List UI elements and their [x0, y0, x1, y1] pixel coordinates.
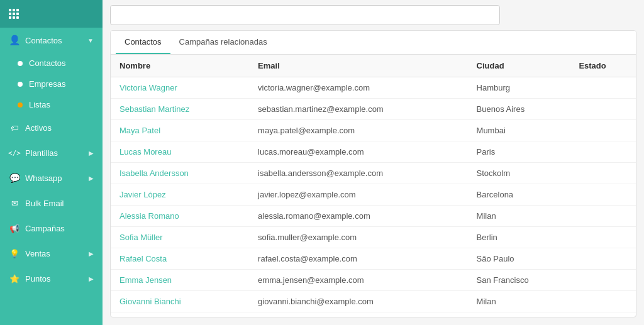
- contact-name-link[interactable]: Giovanni Bianchi: [119, 297, 181, 306]
- contact-email-cell: sofia.muller@example.com: [249, 227, 467, 248]
- sidebar-item-label-activos: Activos: [25, 123, 94, 133]
- col-header-nombre: Nombre: [111, 55, 249, 77]
- table-row: Maya Patel maya.patel@example.com Mumbai: [111, 120, 636, 141]
- tab-campanas-relacionadas[interactable]: Campañas relacionadas: [170, 31, 276, 54]
- table-row: Javier López javier.lopez@example.com Ba…: [111, 184, 636, 206]
- table-row: Emily Wilson emily.wilson@example.com Sy…: [111, 312, 636, 317]
- contact-name-link[interactable]: Isabella Andersson: [119, 168, 189, 178]
- contact-name-link[interactable]: Emma Jensen: [119, 275, 172, 285]
- search-input[interactable]: [110, 5, 500, 25]
- sidebar-sub-item-listas[interactable]: Listas: [0, 94, 103, 115]
- tag-icon: 🏷: [9, 122, 20, 133]
- search-bar-container: [103, 0, 644, 30]
- sidebar-sub-label-contactos: Contactos: [29, 58, 66, 68]
- contact-email-cell: emma.jensen@example.com: [249, 270, 467, 291]
- sidebar-item-ventas[interactable]: 💡 Ventas ▶: [0, 241, 103, 266]
- dot-indicator-orange: [18, 102, 23, 107]
- chevron-right-icon: ▶: [89, 150, 94, 157]
- sales-icon: 💡: [9, 248, 20, 259]
- dot-indicator: [18, 61, 23, 66]
- contact-city-cell: Hamburg: [468, 77, 570, 99]
- sidebar-header[interactable]: [0, 0, 103, 28]
- contact-city-cell: Milan: [468, 206, 570, 227]
- main-content: Contactos Campañas relacionadas Nombre E…: [103, 0, 644, 325]
- contact-city-cell: San Francisco: [468, 270, 570, 291]
- contacts-table: Nombre Email Ciudad Estado Victoria Wagn…: [111, 55, 636, 317]
- contact-city-cell: Barcelona: [468, 184, 570, 206]
- contact-name-link[interactable]: Javier López: [119, 190, 166, 199]
- points-icon: ⭐: [9, 273, 20, 284]
- contact-name-link[interactable]: Maya Patel: [119, 126, 160, 135]
- contact-name-link[interactable]: Sebastian Martinez: [119, 104, 189, 114]
- sidebar-item-campanas[interactable]: 📢 Campañas: [0, 216, 103, 241]
- contact-state-cell: [570, 184, 636, 206]
- chevron-right-icon-ventas: ▶: [89, 250, 94, 257]
- contact-name-cell: Lucas Moreau: [111, 141, 249, 163]
- contact-name-cell: Emma Jensen: [111, 270, 249, 291]
- dot-indicator: [18, 82, 23, 87]
- col-header-estado: Estado: [570, 55, 636, 77]
- sidebar-item-bulk-email[interactable]: ✉ Bulk Email: [0, 190, 103, 216]
- sidebar: 👤 Contactos ▼ Contactos Empresas Listas …: [0, 0, 103, 325]
- contact-name-link[interactable]: Lucas Moreau: [119, 147, 171, 157]
- contact-state-cell: [570, 141, 636, 163]
- contact-name-link[interactable]: Victoria Wagner: [119, 83, 177, 92]
- sidebar-item-plantillas[interactable]: </> Plantillas ▶: [0, 140, 103, 165]
- contact-state-cell: [570, 291, 636, 312]
- contact-state-cell: [570, 120, 636, 141]
- chevron-right-icon-whatsapp: ▶: [89, 175, 94, 182]
- contact-name-link[interactable]: Rafael Costa: [119, 254, 167, 263]
- contact-email-cell: sebastian.martinez@example.com: [249, 99, 467, 120]
- table-row: Victoria Wagner victoria.wagner@example.…: [111, 77, 636, 99]
- table-row: Rafael Costa rafael.costa@example.com Sã…: [111, 248, 636, 270]
- tab-contactos[interactable]: Contactos: [116, 31, 170, 54]
- table-row: Giovanni Bianchi giovanni.bianchi@exampl…: [111, 291, 636, 312]
- contact-name-link[interactable]: Alessia Romano: [119, 211, 179, 221]
- sidebar-item-contactos[interactable]: 👤 Contactos ▼: [0, 28, 103, 53]
- sidebar-item-whatsapp[interactable]: 💬 Whatsapp ▶: [0, 165, 103, 190]
- grid-icon: [9, 9, 19, 19]
- table-row: Lucas Moreau lucas.moreau@example.com Pa…: [111, 141, 636, 163]
- contact-city-cell: Milan: [468, 291, 570, 312]
- chevron-right-icon-puntos: ▶: [89, 275, 94, 282]
- contact-name-link[interactable]: Sofia Müller: [119, 233, 163, 242]
- contact-city-cell: Mumbai: [468, 120, 570, 141]
- contact-name-cell: Isabella Andersson: [111, 163, 249, 184]
- col-header-ciudad: Ciudad: [468, 55, 570, 77]
- whatsapp-icon: 💬: [9, 172, 20, 184]
- contact-city-cell: São Paulo: [468, 248, 570, 270]
- contact-state-cell: [570, 163, 636, 184]
- sidebar-sub-label-listas: Listas: [29, 100, 50, 109]
- contact-email-cell: maya.patel@example.com: [249, 120, 467, 141]
- table-header-row: Nombre Email Ciudad Estado: [111, 55, 636, 77]
- contact-state-cell: [570, 312, 636, 317]
- contact-email-cell: victoria.wagner@example.com: [249, 77, 467, 99]
- contact-name-cell: Javier López: [111, 184, 249, 206]
- col-header-email: Email: [249, 55, 467, 77]
- sidebar-item-label-ventas: Ventas: [25, 249, 89, 258]
- contact-city-cell: Sydney: [468, 312, 570, 317]
- sidebar-item-label-campanas: Campañas: [25, 224, 94, 233]
- sidebar-item-puntos[interactable]: ⭐ Puntos ▶: [0, 266, 103, 291]
- code-icon: </>: [9, 147, 20, 158]
- sidebar-item-label-plantillas: Plantillas: [25, 148, 89, 158]
- contact-state-cell: [570, 227, 636, 248]
- sidebar-item-label-puntos: Puntos: [25, 274, 89, 284]
- content-card: Contactos Campañas relacionadas Nombre E…: [110, 30, 636, 317]
- sidebar-sub-item-contactos[interactable]: Contactos: [0, 53, 103, 74]
- contact-name-cell: Maya Patel: [111, 120, 249, 141]
- sidebar-sub-item-empresas[interactable]: Empresas: [0, 74, 103, 94]
- contact-state-cell: [570, 270, 636, 291]
- tabs-bar: Contactos Campañas relacionadas: [111, 31, 636, 55]
- campaign-icon: 📢: [9, 223, 20, 234]
- contact-state-cell: [570, 99, 636, 120]
- sidebar-item-label-contactos: Contactos: [25, 36, 87, 45]
- sidebar-item-activos[interactable]: 🏷 Activos: [0, 115, 103, 140]
- contact-email-cell: emily.wilson@example.com: [249, 312, 467, 317]
- contact-name-cell: Alessia Romano: [111, 206, 249, 227]
- contact-state-cell: [570, 206, 636, 227]
- contacts-table-container: Nombre Email Ciudad Estado Victoria Wagn…: [111, 55, 636, 317]
- table-row: Alessia Romano alessia.romano@example.co…: [111, 206, 636, 227]
- contact-city-cell: Berlin: [468, 227, 570, 248]
- table-row: Emma Jensen emma.jensen@example.com San …: [111, 270, 636, 291]
